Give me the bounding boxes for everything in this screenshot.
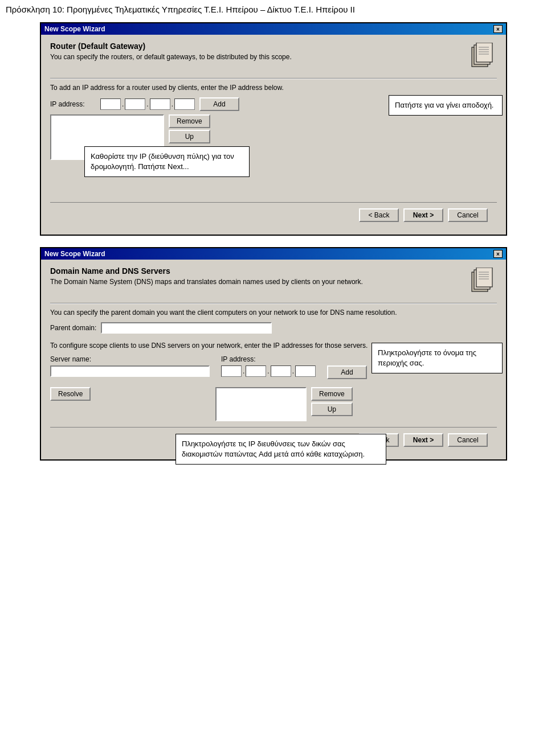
svg-rect-9 <box>476 268 492 287</box>
svg-rect-2 <box>476 43 492 62</box>
dialog1-titlebar: New Scope Wizard × <box>41 23 506 35</box>
dialog2-body-text1: You can specify the parent domain you wa… <box>50 309 497 317</box>
dialog1-icon <box>467 42 497 71</box>
dialog1-cancel-button[interactable]: Cancel <box>448 208 488 222</box>
dialog1-add-button[interactable]: Add <box>199 97 239 111</box>
dialog2-move-buttons: Remove Up <box>311 387 353 416</box>
dialog2-remove-button[interactable]: Remove <box>311 387 353 401</box>
dialog1-body-text: To add an IP address for a router used b… <box>50 84 497 92</box>
dialog-router: New Scope Wizard × Router (Default Gatew… <box>40 22 507 236</box>
dialog1-ip-dot-2: . <box>146 100 148 108</box>
dialog2-icon <box>467 266 497 296</box>
dialog1-ip-segment-2[interactable] <box>125 98 145 110</box>
dialog1-remove-button[interactable]: Remove <box>169 114 210 128</box>
dialog2-ip-group: IP address: . . . <box>221 355 316 377</box>
dialog2-ip-label: IP address: <box>221 355 316 363</box>
dialog2-header-title: Domain Name and DNS Servers <box>50 266 462 276</box>
dialog2-header: Domain Name and DNS Servers The Domain N… <box>50 266 497 296</box>
dialog2-server-name-label: Server name: <box>50 355 210 363</box>
dialog2-ip-input-group: . . . <box>221 365 316 377</box>
dialog2-add-button[interactable]: Add <box>327 365 367 379</box>
dialog2-title: New Scope Wizard <box>44 250 105 258</box>
page-title: Πρόσκληση 10: Προηγμένες Τηλεματικές Υπη… <box>6 5 541 14</box>
dialog1-ip-segment-1[interactable] <box>100 98 121 110</box>
dialog2-ip-listbox[interactable] <box>215 387 307 421</box>
dialog1-ip-input-group: . . . <box>100 98 195 110</box>
dialog2-list-section: Remove Up <box>215 387 353 421</box>
dialog1-body: To add an IP address for a router used b… <box>50 84 497 198</box>
dialog1-ip-segment-4[interactable] <box>174 98 195 110</box>
dialog2-parent-domain-row: Parent domain: <box>50 322 497 334</box>
dialog2-ip-segment-2[interactable] <box>246 365 266 377</box>
dialog2-add-btn-area: Add <box>327 365 367 379</box>
dialog2-parent-domain-input[interactable] <box>101 322 272 334</box>
dialog2-close-button[interactable]: × <box>493 250 503 258</box>
dialog1-up-button[interactable]: Up <box>169 130 210 143</box>
dialog2-up-button[interactable]: Up <box>311 402 353 416</box>
dialog1-ip-label: IP address: <box>50 100 96 108</box>
dialog-dns: New Scope Wizard × Domain Name and DNS S… <box>40 247 507 461</box>
dialog2-ip-segment-4[interactable] <box>295 365 316 377</box>
dialog2-content: Domain Name and DNS Servers The Domain N… <box>41 260 506 459</box>
dialog1-ip-dot-1: . <box>122 100 124 108</box>
dialog2-ip-segment-1[interactable] <box>221 365 242 377</box>
dialog2-server-name-group: Server name: <box>50 355 210 377</box>
dialog1-next-button[interactable]: Next > <box>403 208 443 222</box>
dns-icon <box>468 268 496 295</box>
dialog1-annotation1: Πατήστε για να γίνει αποδοχή. <box>389 95 503 116</box>
dialog2-resolve-area: Resolve <box>50 385 210 401</box>
dialog2-header-text: Domain Name and DNS Servers The Domain N… <box>50 266 462 286</box>
dialog2-resolve-button[interactable]: Resolve <box>50 387 91 401</box>
dialog1-move-buttons: Remove Up Down <box>169 114 210 143</box>
dialog2-ip-dot-2: . <box>267 367 269 375</box>
dialog1-separator <box>50 78 497 79</box>
dialog2-body: You can specify the parent domain you wa… <box>50 309 497 422</box>
dialog1-close-button[interactable]: × <box>493 25 503 33</box>
dialog2-parent-domain-label: Parent domain: <box>50 324 96 332</box>
dialog2-ip-segment-3[interactable] <box>271 365 291 377</box>
dialog2-separator <box>50 303 497 304</box>
dialog2-annotation4: Πληκτρολογήστε τις IP διευθύνσεις των δι… <box>175 434 386 465</box>
dialog1-header-subtitle: You can specify the routers, or default … <box>50 53 462 61</box>
dialog1-header-text: Router (Default Gateway) You can specify… <box>50 42 462 61</box>
dialog1-title: New Scope Wizard <box>44 25 105 33</box>
dialog1-header: Router (Default Gateway) You can specify… <box>50 42 497 71</box>
dialog1-back-button[interactable]: < Back <box>359 208 399 222</box>
dialog2-server-name-input[interactable] <box>50 365 210 377</box>
dialog2-next-button[interactable]: Next > <box>403 433 443 447</box>
dialog2-ip-dot-1: . <box>243 367 244 375</box>
dialog2-cancel-button[interactable]: Cancel <box>448 433 488 447</box>
dialog1-footer: < Back Next > Cancel <box>50 202 497 228</box>
network-pages-icon <box>468 43 496 70</box>
dialog1-ip-segment-3[interactable] <box>150 98 170 110</box>
dialog1-header-title: Router (Default Gateway) <box>50 42 462 51</box>
dialog2-titlebar: New Scope Wizard × <box>41 248 506 260</box>
dialog2-annotation3: Πληκτρολογήστε το όνομα της περιοχής σας… <box>372 343 503 373</box>
dialog1-content: Router (Default Gateway) You can specify… <box>41 35 506 235</box>
dialog1-annotation2: Καθορίστε την IP (διεύθυνση πύλης) για τ… <box>84 146 250 177</box>
dialog2-ip-dot-3: . <box>292 367 294 375</box>
dialog1-ip-dot-3: . <box>172 100 173 108</box>
dialog2-header-subtitle: The Domain Name System (DNS) maps and tr… <box>50 278 462 286</box>
